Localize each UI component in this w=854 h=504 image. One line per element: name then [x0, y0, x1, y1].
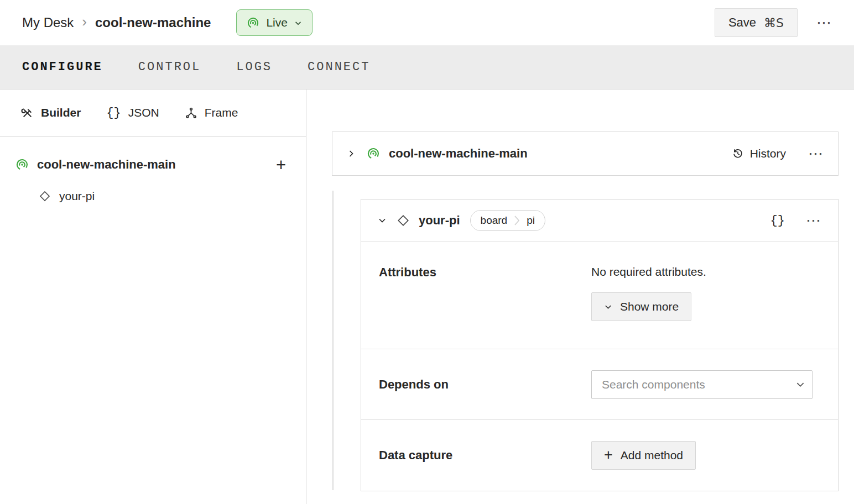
viam-live-icon — [247, 17, 259, 29]
history-button[interactable]: History — [732, 147, 786, 160]
plus-icon: + — [604, 448, 613, 463]
chevron-down-icon[interactable] — [795, 380, 805, 390]
mode-builder-label: Builder — [41, 106, 81, 119]
data-capture-row: Data capture + Add method — [361, 419, 838, 491]
mode-builder[interactable]: Builder — [21, 106, 81, 119]
attributes-row: Attributes No required attributes. Show … — [361, 242, 838, 349]
component-card-header: your-pi board pi {} ⋯ — [361, 200, 838, 242]
breadcrumb-parent[interactable]: My Desk — [22, 15, 74, 30]
braces-icon: {} — [106, 106, 121, 120]
breadcrumb-current: cool-new-machine — [95, 15, 211, 30]
add-method-label: Add method — [621, 449, 683, 462]
save-shortcut: ⌘S — [764, 16, 784, 30]
tree-item-machine[interactable]: cool-new-machine-main + — [15, 151, 286, 179]
chevron-down-icon — [294, 19, 302, 27]
component-card-your-pi: your-pi board pi {} ⋯ Attributes — [361, 199, 839, 491]
main-layout: Builder {} JSON Frame — [0, 90, 854, 504]
tree-your-pi-label: your-pi — [59, 190, 95, 203]
tab-connect[interactable]: CONNECT — [308, 60, 370, 74]
save-label: Save — [728, 15, 756, 30]
app-window: My Desk › cool-new-machine Live Save ⌘S — [0, 0, 854, 504]
show-more-label: Show more — [620, 300, 679, 313]
component-diamond-icon — [397, 214, 410, 227]
tab-logs[interactable]: LOGS — [236, 60, 272, 74]
mode-json[interactable]: {} JSON — [106, 106, 159, 120]
top-bar: My Desk › cool-new-machine Live Save ⌘S — [0, 0, 854, 45]
tab-control[interactable]: CONTROL — [138, 60, 201, 74]
tab-bar: CONFIGURE CONTROL LOGS CONNECT — [0, 45, 854, 90]
show-more-button[interactable]: Show more — [591, 292, 691, 321]
tools-icon — [21, 107, 34, 119]
mode-json-label: JSON — [128, 106, 159, 119]
edit-json-icon[interactable]: {} — [770, 214, 785, 228]
configure-panel: cool-new-machine-main History ⋯ — [306, 90, 854, 504]
breadcrumb: My Desk › cool-new-machine — [22, 13, 211, 32]
breadcrumb-separator: › — [82, 13, 87, 30]
viam-machine-icon — [15, 158, 29, 171]
tree-connector-line — [332, 191, 334, 490]
attributes-empty-text: No required attributes. — [591, 265, 706, 279]
search-components-input[interactable] — [602, 378, 795, 391]
save-button[interactable]: Save ⌘S — [715, 8, 798, 37]
mode-frame-label: Frame — [205, 106, 238, 119]
tab-configure[interactable]: CONFIGURE — [22, 60, 103, 74]
live-status-dropdown[interactable]: Live — [236, 9, 313, 36]
chevron-down-icon[interactable] — [378, 216, 387, 225]
attributes-label: Attributes — [379, 265, 591, 280]
add-method-button[interactable]: + Add method — [591, 441, 696, 470]
view-mode-switcher: Builder {} JSON Frame — [0, 90, 306, 136]
more-menu-icon[interactable]: ⋯ — [816, 15, 832, 30]
component-title: your-pi — [419, 213, 460, 228]
type-badge-label: board — [481, 214, 508, 227]
data-capture-label: Data capture — [379, 448, 591, 463]
model-badge-label: pi — [527, 214, 535, 227]
component-type-badge: board pi — [470, 210, 545, 231]
machine-card-title: cool-new-machine-main — [389, 146, 528, 161]
topbar-actions: Save ⌘S ⋯ — [715, 8, 832, 37]
chevron-right-icon[interactable] — [347, 149, 356, 158]
live-label: Live — [266, 16, 288, 29]
viam-machine-icon — [367, 147, 380, 160]
component-more-menu-icon[interactable]: ⋯ — [806, 213, 821, 228]
history-clock-icon — [732, 148, 744, 160]
machine-card: cool-new-machine-main History ⋯ — [332, 132, 839, 176]
depends-select[interactable] — [591, 370, 813, 399]
tree-item-your-pi[interactable]: your-pi — [39, 183, 286, 209]
badge-separator-chevron-icon — [513, 215, 520, 226]
frame-axes-icon — [185, 107, 197, 119]
tree-machine-label: cool-new-machine-main — [37, 158, 176, 172]
component-tree: cool-new-machine-main + your-pi — [0, 136, 306, 209]
component-diamond-icon — [39, 190, 51, 202]
machine-more-menu-icon[interactable]: ⋯ — [808, 146, 824, 161]
mode-frame[interactable]: Frame — [185, 106, 238, 119]
history-label: History — [750, 147, 786, 160]
chevron-down-icon — [604, 303, 612, 311]
add-component-button[interactable]: + — [276, 156, 286, 174]
depends-on-row: Depends on — [361, 349, 838, 419]
depends-on-label: Depends on — [379, 377, 591, 392]
sidebar: Builder {} JSON Frame — [0, 90, 306, 504]
